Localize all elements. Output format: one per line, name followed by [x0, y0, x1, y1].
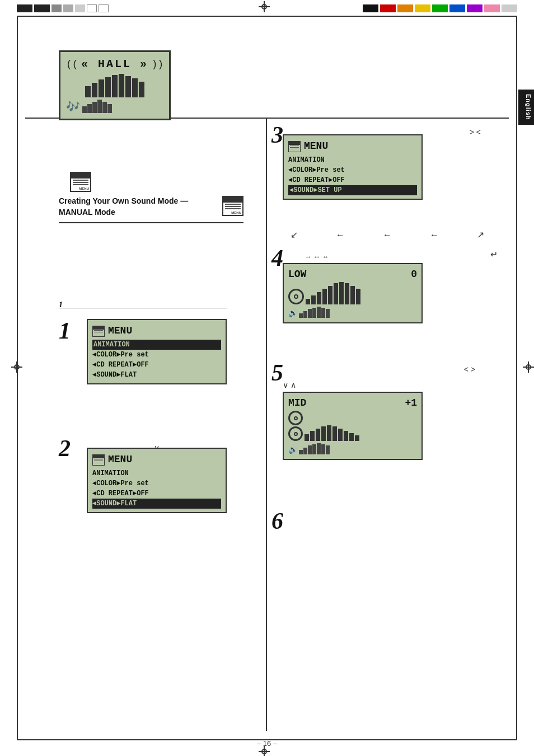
- page-border-left: [17, 16, 18, 740]
- menu-row-color-1: ◄COLOR►Pre set: [92, 350, 221, 360]
- page-border-right: [516, 16, 517, 740]
- step5-eq-display: MID +1: [283, 392, 423, 460]
- step1-rule: [59, 308, 227, 308]
- title-rule: [59, 222, 243, 223]
- menu-row-repeat-2: ◄CD REPEAT►OFF: [92, 489, 221, 499]
- arrow-down-left: ↙: [291, 229, 298, 240]
- menu-lcd-title-text-2: MENU: [108, 452, 132, 467]
- menu-row-color-2: ◄COLOR►Pre set: [92, 478, 221, 489]
- mid-knob-row: [288, 411, 417, 441]
- menu-icon-tiny-1: [92, 326, 105, 337]
- menu-icon-lines: [71, 179, 90, 186]
- step2-big-num: 2: [59, 436, 71, 460]
- mid-eq-value: +1: [405, 397, 417, 408]
- low-bottom-bars: [299, 307, 330, 318]
- step6-big-num: 6: [271, 509, 283, 533]
- person-icon: 🎶: [66, 100, 80, 113]
- bar-yellow: [415, 4, 430, 12]
- bar-blue: [449, 4, 465, 12]
- step1-menu-screen: MENU ANIMATION ◄COLOR►Pre set ◄CD REPEAT…: [87, 319, 227, 384]
- vertical-divider: [266, 118, 267, 731]
- arrow-left-2: ←: [383, 230, 392, 240]
- mid-knob-1: [288, 411, 303, 425]
- menu-row-animation-1: ANIMATION: [92, 340, 221, 350]
- hall-display: (( « HALL » )) 🎶: [59, 50, 171, 120]
- step4-eq-display: LOW 0: [283, 263, 423, 323]
- bar-black-1: [17, 4, 32, 12]
- bar-gray-1: [51, 4, 62, 12]
- bar-black-2: [34, 4, 50, 12]
- person-icon-row: 🎶: [66, 100, 163, 113]
- bar-pink: [484, 4, 500, 12]
- language-tab: English: [518, 90, 534, 125]
- menu-icon-tiny-2: [92, 454, 105, 466]
- eq-bar-3: [99, 79, 104, 97]
- section-title-line2: MANUAL Mode: [59, 207, 188, 218]
- menu-lcd-title-row-2: MENU: [92, 452, 221, 467]
- mid-eq-header: MID +1: [288, 397, 417, 408]
- menu-icon-header: [71, 173, 90, 179]
- bar-orange: [397, 4, 413, 12]
- menu-label-small: MENU: [79, 187, 89, 190]
- eq-bar-1: [85, 86, 91, 97]
- mid-bottom-bars: [299, 443, 330, 454]
- menu-row-sound-flat-1: ◄SOUND►FLAT: [92, 370, 221, 380]
- step4-return-arrow: ↵: [490, 249, 498, 260]
- mid-bottom-row: 🔊: [288, 443, 417, 454]
- step4-arrows: ↔ ↔ ↔: [305, 252, 329, 261]
- hall-title: « HALL »: [78, 58, 152, 71]
- step3-big-num: 3: [271, 123, 283, 147]
- menu-line-1: [73, 180, 88, 181]
- menu-icon-box: MENU: [70, 172, 91, 192]
- bar-purple: [467, 4, 483, 12]
- menu-lcd-1: MENU ANIMATION ◄COLOR►Pre set ◄CD REPEAT…: [87, 319, 227, 384]
- person-bars: [82, 100, 112, 113]
- menu-row-animation-2: ANIMATION: [92, 468, 221, 478]
- bar-gray-3: [75, 4, 85, 12]
- step5-sub-arrows: ∨ ∧: [283, 381, 296, 389]
- menu-row-repeat-1: ◄CD REPEAT►OFF: [92, 360, 221, 370]
- menu-row-animation-3: ANIMATION: [288, 155, 417, 165]
- eq-bar-7: [125, 76, 131, 97]
- low-knob-row: [288, 282, 417, 304]
- bar-red: [380, 4, 396, 12]
- section-title-line1: Creating Your Own Sound Mode —: [59, 196, 188, 207]
- low-bottom-row: 🔊: [288, 307, 417, 318]
- section-title-area: Creating Your Own Sound Mode — MANUAL Mo…: [59, 196, 243, 223]
- menu-icon-title-lines: [223, 203, 242, 210]
- hall-eq-bars: [85, 74, 144, 97]
- hall-display-container: (( « HALL » )) 🎶: [59, 50, 171, 120]
- bar-white-2: [99, 4, 109, 12]
- menu-lcd-2: MENU ANIMATION ◄COLOR►Pre set ◄CD REPEAT…: [87, 448, 227, 513]
- mid-eq-bars: [305, 419, 359, 441]
- low-eq-header: LOW 0: [288, 269, 417, 280]
- menu-row-color-3: ◄COLOR►Pre set: [288, 165, 417, 175]
- mid-bottom-icon: 🔊: [288, 445, 298, 454]
- eq-bar-2: [92, 83, 97, 97]
- low-eq-label: LOW: [288, 269, 306, 280]
- menu-row-repeat-3: ◄CD REPEAT►OFF: [288, 175, 417, 185]
- menu-line-2: [73, 182, 88, 183]
- step5-arrows: < >: [464, 365, 475, 374]
- menu-lcd-title-text-3: MENU: [304, 139, 328, 154]
- arrow-left-1: ←: [336, 230, 345, 240]
- arrow-up-right: ↗: [477, 229, 484, 240]
- menu-row-sound-setup: ◄SOUND►SET UP: [288, 185, 417, 195]
- menu-icon-standalone: MENU: [70, 168, 91, 192]
- menu-icon-title-header: [223, 197, 242, 203]
- mid-eq-screen: MID +1: [283, 392, 423, 460]
- menu-row-sound-flat-inv: ◄SOUND►FLAT: [92, 499, 221, 509]
- main-content: (( « HALL » )) 🎶: [25, 45, 509, 731]
- eq-bar-5: [112, 75, 118, 97]
- mid-knobs: [288, 411, 303, 441]
- bar-black-r: [363, 4, 378, 12]
- menu-icon-title: MENU: [222, 196, 243, 216]
- mid-eq-label: MID: [288, 397, 306, 408]
- bar-gray-2: [63, 4, 73, 12]
- eq-bar-8: [132, 78, 138, 97]
- arrow-left-3: ←: [430, 230, 439, 240]
- mid-knob-2: [288, 426, 303, 441]
- step5-big-num: 5: [271, 361, 283, 384]
- hall-icon-right: )): [151, 59, 163, 70]
- eq-bar-6: [119, 74, 124, 97]
